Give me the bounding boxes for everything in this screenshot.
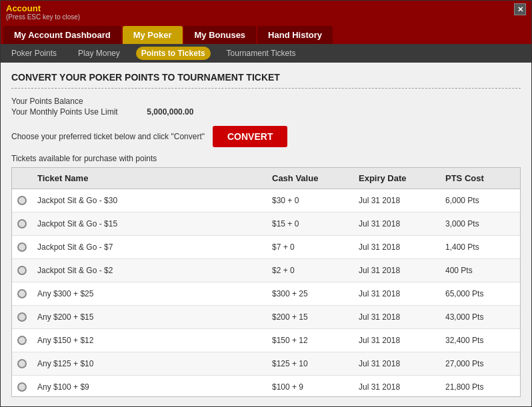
radio-cell-6	[12, 336, 32, 345]
table-row[interactable]: Any $300 + $25 $300 + 25 Jul 31 2018 65,…	[12, 282, 520, 306]
cash-value-0: $30 + 0	[267, 196, 353, 205]
radio-cell-2	[12, 242, 32, 252]
tab-my-poker[interactable]: My Poker	[123, 26, 183, 44]
monthly-limit-value: 5,000,000.00	[147, 107, 193, 117]
pts-cost-3: 400 Pts	[440, 266, 520, 275]
pts-cost-2: 1,400 Pts	[440, 242, 520, 252]
radio-button-1[interactable]	[17, 219, 27, 228]
ticket-name-8: Any $100 + $9	[32, 382, 267, 392]
expiry-date-0: Jul 31 2018	[353, 196, 440, 205]
radio-cell-3	[12, 266, 32, 275]
sub-tabs: Poker Points Play Money Points to Ticket…	[1, 44, 531, 63]
tab-my-bonuses[interactable]: My Bonuses	[184, 26, 257, 44]
tickets-label: Tickets available for purchase with poin…	[11, 154, 521, 163]
expiry-date-4: Jul 31 2018	[353, 289, 440, 298]
expiry-date-6: Jul 31 2018	[353, 336, 440, 345]
ticket-name-0: Jackpot Sit & Go - $30	[32, 196, 267, 205]
close-button[interactable]: ✕	[514, 3, 526, 15]
title-bar: Account (Press ESC key to close) ✕	[1, 1, 531, 23]
pts-cost-0: 6,000 Pts	[440, 196, 520, 205]
main-window: Account (Press ESC key to close) ✕ My Ac…	[0, 0, 532, 407]
ticket-name-6: Any $150 + $12	[32, 336, 267, 345]
pts-cost-5: 43,000 Pts	[440, 312, 520, 322]
expiry-date-8: Jul 31 2018	[353, 382, 440, 392]
cash-value-3: $2 + 0	[267, 266, 353, 275]
pts-cost-8: 21,800 Pts	[440, 382, 520, 392]
pts-cost-4: 65,000 Pts	[440, 289, 520, 298]
cash-value-5: $200 + 15	[267, 312, 353, 322]
radio-button-3[interactable]	[17, 266, 27, 275]
subtab-play-money[interactable]: Play Money	[73, 47, 125, 60]
pts-cost-6: 32,400 Pts	[440, 336, 520, 345]
cash-value-8: $100 + 9	[267, 382, 353, 392]
monthly-limit-row: Your Monthly Points Use Limit 5,000,000.…	[11, 107, 521, 117]
ticket-name-2: Jackpot Sit & Go - $7	[32, 242, 267, 252]
balance-label: Your Points Balance	[11, 97, 145, 106]
radio-cell-1	[12, 219, 32, 228]
col-ticket-name: Ticket Name	[32, 173, 267, 183]
radio-button-8[interactable]	[17, 382, 27, 392]
col-cash-value: Cash Value	[267, 173, 353, 183]
table-row[interactable]: Any $150 + $12 $150 + 12 Jul 31 2018 32,…	[12, 329, 520, 352]
nav-tabs: My Account Dashboard My Poker My Bonuses…	[1, 23, 531, 44]
section-title: CONVERT YOUR POKER POINTS TO TOURNAMENT …	[11, 72, 521, 83]
table-row[interactable]: Any $100 + $9 $100 + 9 Jul 31 2018 21,80…	[12, 376, 520, 396]
cash-value-6: $150 + 12	[267, 336, 353, 345]
subtab-tournament-tickets[interactable]: Tournament Tickets	[221, 47, 301, 60]
radio-button-6[interactable]	[17, 336, 27, 345]
expiry-date-5: Jul 31 2018	[353, 312, 440, 322]
tab-hand-history[interactable]: Hand History	[257, 26, 333, 44]
col-select	[12, 173, 32, 183]
table-row[interactable]: Any $200 + $15 $200 + 15 Jul 31 2018 43,…	[12, 306, 520, 329]
cash-value-4: $300 + 25	[267, 289, 353, 298]
radio-button-2[interactable]	[17, 242, 27, 252]
table-row[interactable]: Jackpot Sit & Go - $2 $2 + 0 Jul 31 2018…	[12, 259, 520, 282]
col-expiry-date: Expiry Date	[353, 173, 440, 183]
expiry-date-2: Jul 31 2018	[353, 242, 440, 252]
cash-value-7: $125 + 10	[267, 359, 353, 368]
convert-row: Choose your preferred ticket below and c…	[11, 126, 521, 147]
expiry-date-1: Jul 31 2018	[353, 219, 440, 228]
balance-row: Your Points Balance	[11, 97, 521, 106]
radio-button-4[interactable]	[17, 289, 27, 298]
radio-cell-0	[12, 196, 32, 205]
subtab-poker-points[interactable]: Poker Points	[6, 47, 62, 60]
table-row[interactable]: Jackpot Sit & Go - $30 $30 + 0 Jul 31 20…	[12, 189, 520, 212]
table-row[interactable]: Jackpot Sit & Go - $15 $15 + 0 Jul 31 20…	[12, 212, 520, 236]
radio-button-5[interactable]	[17, 312, 27, 322]
cash-value-1: $15 + 0	[267, 219, 353, 228]
tab-account-dashboard[interactable]: My Account Dashboard	[3, 26, 121, 44]
table-body: Jackpot Sit & Go - $30 $30 + 0 Jul 31 20…	[12, 189, 520, 396]
radio-cell-5	[12, 312, 32, 322]
ticket-name-5: Any $200 + $15	[32, 312, 267, 322]
radio-cell-7	[12, 359, 32, 368]
pts-cost-1: 3,000 Pts	[440, 219, 520, 228]
cash-value-2: $7 + 0	[267, 242, 353, 252]
subtab-points-to-tickets[interactable]: Points to Tickets	[136, 47, 211, 60]
window-title: Account	[6, 3, 80, 13]
ticket-name-4: Any $300 + $25	[32, 289, 267, 298]
info-block: Your Points Balance Your Monthly Points …	[11, 97, 521, 118]
expiry-date-3: Jul 31 2018	[353, 266, 440, 275]
table-row[interactable]: Any $125 + $10 $125 + 10 Jul 31 2018 27,…	[12, 352, 520, 376]
main-content: CONVERT YOUR POKER POINTS TO TOURNAMENT …	[1, 63, 531, 406]
monthly-limit-label: Your Monthly Points Use Limit	[11, 107, 145, 117]
radio-button-7[interactable]	[17, 359, 27, 368]
ticket-name-3: Jackpot Sit & Go - $2	[32, 266, 267, 275]
convert-prompt: Choose your preferred ticket below and c…	[11, 132, 205, 141]
radio-cell-8	[12, 382, 32, 392]
radio-cell-4	[12, 289, 32, 298]
tickets-table: Ticket Name Cash Value Expiry Date PTS C…	[11, 167, 521, 397]
convert-button[interactable]: CONVERT	[213, 126, 287, 147]
window-subtitle: (Press ESC key to close)	[6, 13, 80, 21]
ticket-name-1: Jackpot Sit & Go - $15	[32, 219, 267, 228]
table-row[interactable]: Jackpot Sit & Go - $7 $7 + 0 Jul 31 2018…	[12, 236, 520, 259]
col-pts-cost: PTS Cost	[440, 173, 520, 183]
expiry-date-7: Jul 31 2018	[353, 359, 440, 368]
title-text: Account (Press ESC key to close)	[6, 3, 80, 21]
radio-button-0[interactable]	[17, 196, 27, 205]
table-header: Ticket Name Cash Value Expiry Date PTS C…	[12, 168, 520, 189]
divider	[11, 88, 521, 89]
ticket-name-7: Any $125 + $10	[32, 359, 267, 368]
pts-cost-7: 27,000 Pts	[440, 359, 520, 368]
